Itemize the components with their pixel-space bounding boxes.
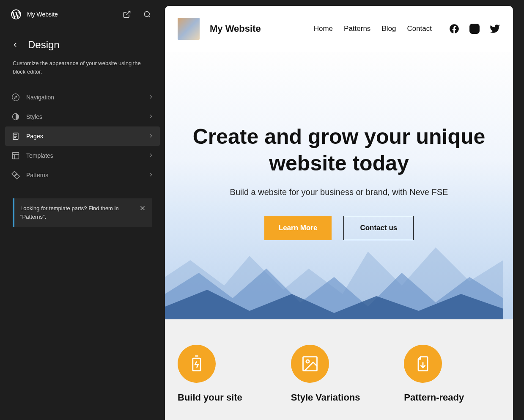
svg-point-19: [477, 25, 477, 26]
editor-sidebar: My Website Design Customize the appearan…: [0, 0, 165, 420]
nav-link-contact[interactable]: Contact: [407, 25, 432, 33]
svg-marker-4: [14, 96, 17, 99]
site-logo-image[interactable]: [178, 18, 200, 40]
download-file-icon: [404, 345, 442, 383]
hero-section: Create and grow your unique website toda…: [165, 52, 513, 319]
patterns-icon: [11, 170, 20, 180]
feature-pattern: Pattern-ready: [404, 345, 500, 403]
pages-icon: [11, 132, 20, 141]
view-site-button[interactable]: [119, 7, 134, 22]
menu-label: Pages: [26, 133, 142, 140]
template-parts-notice: Looking for template parts? Find them in…: [13, 198, 152, 227]
feature-title[interactable]: Pattern-ready: [404, 392, 500, 403]
facebook-icon[interactable]: [449, 23, 460, 34]
sidebar-title-row: Design: [0, 29, 165, 54]
feature-title[interactable]: Build your site: [178, 392, 274, 403]
notice-dismiss-button[interactable]: [139, 204, 146, 214]
search-icon: [143, 11, 151, 18]
compass-icon: [11, 93, 20, 102]
nav-link-blog[interactable]: Blog: [381, 25, 396, 33]
menu-label: Styles: [26, 113, 142, 120]
back-button[interactable]: [10, 40, 20, 50]
sidebar-item-pages[interactable]: Pages: [5, 126, 160, 146]
external-link-icon: [123, 10, 131, 19]
chevron-right-icon: [148, 152, 154, 159]
sidebar-item-patterns[interactable]: Patterns: [5, 165, 160, 185]
sidebar-header: My Website: [0, 0, 165, 29]
preview-frame-wrap: My Website Home Patterns Blog Contact Cr…: [165, 0, 524, 420]
feature-build: Build your site: [178, 345, 274, 403]
battery-icon: [178, 345, 216, 383]
search-button[interactable]: [140, 7, 155, 22]
svg-point-3: [12, 94, 19, 101]
chevron-right-icon: [148, 94, 154, 101]
nav-link-patterns[interactable]: Patterns: [344, 25, 370, 33]
chevron-left-icon: [11, 41, 19, 49]
instagram-icon[interactable]: [469, 23, 480, 34]
chevron-right-icon: [148, 172, 154, 179]
svg-line-0: [126, 11, 130, 15]
styles-icon: [11, 112, 20, 121]
site-title[interactable]: My Website: [210, 23, 304, 34]
svg-point-1: [144, 11, 149, 16]
menu-label: Templates: [26, 152, 142, 159]
close-icon: [139, 204, 146, 212]
svg-point-23: [306, 360, 309, 363]
wordpress-logo-icon[interactable]: [10, 8, 22, 20]
site-preview[interactable]: My Website Home Patterns Blog Contact Cr…: [165, 6, 513, 420]
templates-icon: [11, 151, 20, 160]
sidebar-menu: Navigation Styles Pages: [0, 84, 165, 188]
svg-point-18: [473, 27, 477, 31]
site-header: My Website Home Patterns Blog Contact: [165, 6, 513, 52]
hero-headline[interactable]: Create and grow your unique website toda…: [191, 124, 487, 176]
image-icon: [291, 345, 329, 383]
svg-rect-10: [13, 153, 19, 159]
site-navigation: Home Patterns Blog Contact: [314, 25, 432, 33]
feature-title[interactable]: Style Variations: [291, 392, 387, 403]
sidebar-description: Customize the appearance of your website…: [0, 54, 165, 84]
svg-line-2: [148, 16, 150, 17]
sidebar-item-styles[interactable]: Styles: [5, 107, 160, 126]
sidebar-title: Design: [28, 39, 60, 51]
site-name[interactable]: My Website: [27, 11, 114, 18]
features-section: Build your site Style Variations Pattern…: [165, 319, 513, 420]
sidebar-item-navigation[interactable]: Navigation: [5, 88, 160, 107]
mountains-decoration: [165, 226, 503, 319]
nav-link-home[interactable]: Home: [314, 25, 333, 33]
twitter-icon[interactable]: [489, 23, 500, 34]
notice-text: Looking for template parts? Find them in…: [20, 204, 133, 221]
social-links: [449, 23, 500, 34]
feature-style: Style Variations: [291, 345, 387, 403]
sidebar-item-templates[interactable]: Templates: [5, 146, 160, 165]
menu-label: Navigation: [26, 94, 142, 101]
hero-subtext[interactable]: Build a website for your business or bra…: [230, 187, 448, 197]
menu-label: Patterns: [26, 172, 142, 178]
chevron-right-icon: [148, 113, 154, 121]
chevron-right-icon: [148, 133, 154, 140]
